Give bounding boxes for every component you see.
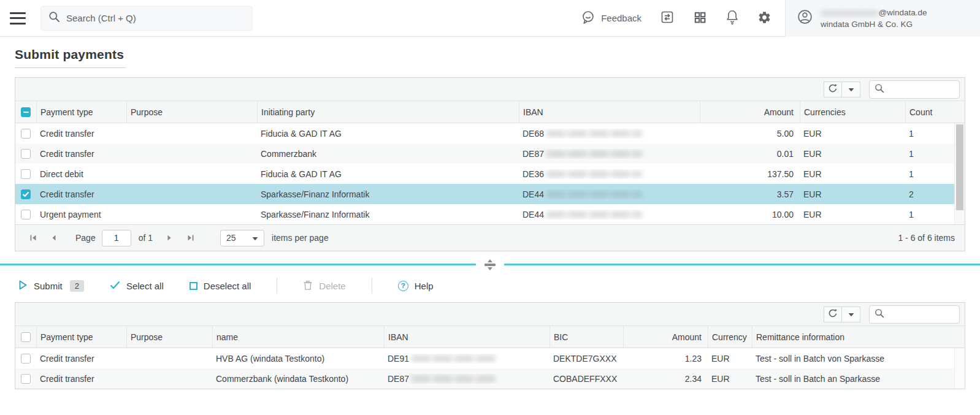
topbar-actions: Feedback [581, 9, 785, 27]
header-checkbox-cell [15, 326, 36, 348]
page-number-input[interactable] [102, 230, 131, 246]
col-header-iban[interactable]: IBAN [384, 326, 549, 348]
row-checkbox[interactable] [21, 210, 31, 219]
help-button[interactable]: Help [398, 281, 434, 291]
account-menu[interactable]: xxxxxxxxxxxxxx@windata.de windata GmbH &… [785, 0, 980, 37]
search-icon [875, 83, 884, 96]
refresh-button[interactable] [824, 306, 842, 322]
cell-iban: DE36 0000 0000 0000 0000 00 [519, 169, 700, 179]
row-checkbox[interactable] [21, 149, 31, 159]
refresh-options-button[interactable] [842, 82, 860, 97]
global-search-input[interactable] [66, 13, 252, 23]
col-header-iban[interactable]: IBAN [519, 101, 700, 123]
cell-payment-type: Direct debit [36, 169, 126, 179]
account-info: xxxxxxxxxxxxxx@windata.de windata GmbH &… [821, 7, 927, 30]
batches-pager: Page of 1 25 items per page 1 - 6 of 6 i… [15, 224, 965, 251]
cell-payment-type: Credit transfer [36, 374, 126, 384]
col-header-purpose[interactable]: Purpose [126, 101, 257, 123]
notifications-button[interactable] [725, 9, 739, 27]
feedback-button[interactable]: Feedback [581, 10, 641, 26]
global-search[interactable] [40, 6, 253, 31]
submit-count-badge: 2 [70, 280, 84, 292]
cell-bic: COBADEFFXXX [549, 374, 623, 384]
last-page-button[interactable] [182, 230, 198, 246]
refresh-options-button[interactable] [842, 306, 860, 322]
row-checkbox[interactable] [21, 374, 31, 384]
toolbar-divider [372, 278, 372, 294]
delete-button[interactable]: Delete [303, 280, 345, 292]
col-header-currencies[interactable]: Currencies [800, 101, 905, 123]
payments-search-input[interactable] [888, 310, 955, 319]
first-page-button[interactable] [25, 230, 41, 246]
topbar: Feedback [0, 0, 980, 37]
col-header-payment-type[interactable]: Payment type [36, 101, 126, 123]
transfer-button[interactable] [660, 10, 675, 26]
page-size-value: 25 [226, 233, 236, 243]
cell-iban: DE87 0000 0000 0000 0000 [384, 374, 549, 384]
col-header-purpose[interactable]: Purpose [126, 326, 212, 348]
settings-button[interactable] [757, 10, 771, 26]
page-label: Page [75, 233, 96, 243]
menu-icon[interactable] [10, 11, 28, 26]
cell-count: 2 [905, 189, 954, 199]
cell-count: 1 [905, 210, 954, 219]
row-checkbox[interactable] [21, 189, 31, 199]
col-header-bic[interactable]: BIC [549, 326, 623, 348]
table-row[interactable]: Credit transfer Commerzbank DE87 0000 00… [15, 143, 954, 164]
account-icon [797, 9, 813, 28]
table-row[interactable]: Credit transfer HVB AG (windata Testkont… [15, 348, 954, 368]
col-header-currency[interactable]: Currency [708, 326, 752, 348]
delete-label: Delete [319, 281, 345, 291]
cell-currency: EUR [800, 189, 905, 199]
previous-page-button[interactable] [46, 230, 62, 246]
batches-grid-search[interactable] [869, 80, 960, 99]
col-header-amount[interactable]: Amount [623, 326, 708, 348]
select-all-checkbox[interactable] [21, 332, 31, 342]
select-all-checkbox[interactable] [21, 107, 31, 117]
submit-button[interactable]: Submit 2 [18, 280, 84, 292]
table-row[interactable]: Urgent payment Sparkasse/Finanz Informat… [15, 204, 954, 224]
table-row-selected[interactable]: Credit transfer Sparkasse/Finanz Informa… [15, 184, 954, 204]
table-row[interactable]: Direct debit Fiducia & GAD IT AG DE36 00… [15, 164, 954, 184]
col-header-remittance[interactable]: Remittance information [752, 326, 965, 348]
deselect-all-button[interactable]: Deselect all [189, 281, 251, 291]
pane-splitter[interactable] [0, 264, 980, 265]
submit-label: Submit [34, 281, 63, 291]
cell-payment-type: Credit transfer [36, 129, 126, 139]
col-header-initiating-party[interactable]: Initiating party [257, 101, 519, 123]
cell-iban: DE44 0000 0000 0000 0000 00 [519, 189, 700, 199]
batches-search-input[interactable] [888, 85, 955, 94]
payments-grid-search[interactable] [869, 305, 960, 324]
transfer-icon [660, 10, 675, 26]
col-header-amount[interactable]: Amount [700, 101, 800, 123]
splitter-handle-icon[interactable] [476, 258, 504, 272]
apps-grid-button[interactable] [693, 10, 707, 26]
cell-initiating-party: Sparkasse/Finanz Informatik [257, 210, 519, 219]
cell-remittance: Test - soll in Batch von Sparkasse [752, 354, 954, 364]
feedback-icon [581, 10, 595, 26]
refresh-button[interactable] [824, 82, 842, 97]
select-all-button[interactable]: Select all [110, 281, 164, 291]
header-checkbox-cell [15, 101, 36, 123]
refresh-icon [828, 308, 838, 320]
table-row[interactable]: Credit transfer Fiducia & GAD IT AG DE68… [15, 123, 954, 143]
col-header-name[interactable]: name [212, 326, 384, 348]
table-row[interactable]: Credit transfer Commerzbank (windata Tes… [15, 368, 954, 389]
vertical-scrollbar-track[interactable] [954, 348, 965, 389]
cell-iban: DE87 0000 0000 0000 0000 00 [519, 149, 700, 159]
col-header-count[interactable]: Count [905, 101, 965, 123]
account-organization: windata GmbH & Co. KG [821, 18, 927, 30]
page-size-dropdown[interactable]: 25 [220, 230, 264, 246]
row-checkbox[interactable] [21, 129, 31, 139]
next-page-button[interactable] [161, 230, 177, 246]
batches-grid-header: Payment type Purpose Initiating party IB… [15, 101, 965, 123]
row-checkbox[interactable] [21, 354, 31, 364]
cell-payment-type: Credit transfer [36, 149, 126, 159]
scrollbar-thumb[interactable] [956, 124, 963, 210]
vertical-scrollbar[interactable] [954, 123, 965, 224]
col-header-payment-type[interactable]: Payment type [36, 326, 126, 348]
batches-grid-toolbar [15, 78, 965, 101]
cell-iban: DE68 0000 0000 0000 0000 00 [519, 129, 700, 139]
row-checkbox[interactable] [21, 169, 31, 179]
submit-icon [18, 280, 28, 292]
